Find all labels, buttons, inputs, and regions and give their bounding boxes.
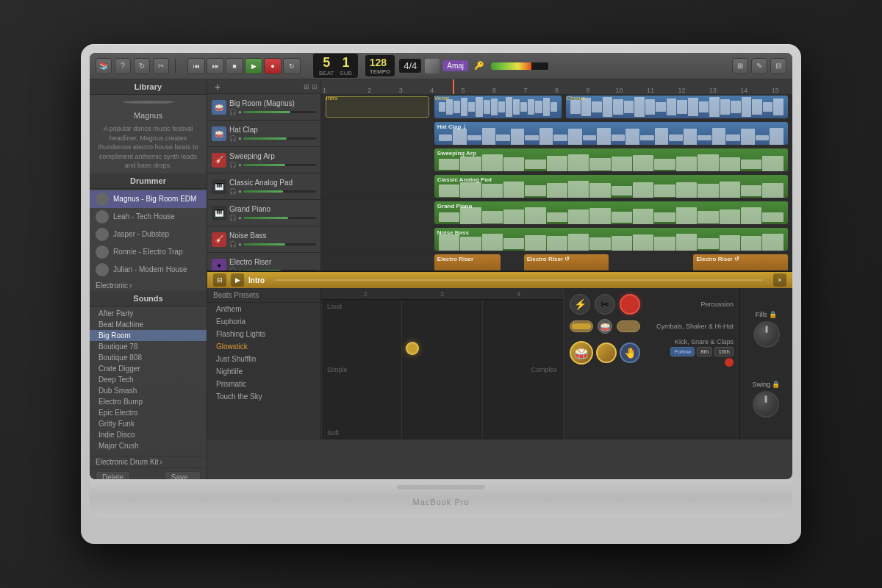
sound-beat-machine[interactable]: Beat Machine bbox=[90, 319, 207, 330]
mixer-btn[interactable]: ⊟ bbox=[770, 58, 786, 74]
add-track-btn[interactable]: + bbox=[210, 79, 225, 94]
section-chorus-label: Chorus bbox=[566, 95, 585, 101]
track-controls-icon: ⊞ ⊟ bbox=[304, 83, 318, 90]
clip-sweeping-arp[interactable]: Sweeping Arp bbox=[434, 148, 788, 171]
key-display[interactable]: Amaj bbox=[442, 60, 468, 71]
clip-hat-clap[interactable]: Hat Clap ♩ bbox=[434, 122, 788, 145]
library-btn[interactable]: 📚 bbox=[96, 58, 112, 74]
preset-flashing-lights[interactable]: Flashing Lights bbox=[207, 328, 320, 340]
percussion-label: Percussion bbox=[700, 301, 734, 308]
preset-glowstick[interactable]: Glowstick bbox=[207, 340, 320, 353]
clip-noise-bass[interactable]: Noise Bass bbox=[434, 228, 788, 251]
master-volume[interactable] bbox=[490, 62, 549, 71]
macbook-label: MacBook Pro bbox=[412, 498, 469, 506]
sound-gritty-funk[interactable]: Gritty Funk bbox=[90, 418, 207, 429]
tuner-btn[interactable] bbox=[425, 59, 440, 74]
track4-mute-icon[interactable]: ● bbox=[238, 188, 242, 195]
preset-nightlife[interactable]: Nightlife bbox=[207, 365, 320, 378]
help-btn[interactable]: ? bbox=[115, 58, 131, 74]
fills-knob[interactable] bbox=[753, 321, 780, 348]
fast-forward-btn[interactable]: ⏭ bbox=[207, 58, 224, 74]
drummer-section-header: Drummer bbox=[90, 173, 207, 189]
smart-controls-btn[interactable]: ⊞ bbox=[732, 58, 748, 74]
sound-boutique-808[interactable]: Boutique 808 bbox=[90, 352, 207, 363]
sound-boutique-78[interactable]: Boutique 78 bbox=[90, 341, 207, 352]
clip-analog-pad[interactable]: Classic Analog Pad bbox=[434, 175, 788, 198]
drummer-item-1[interactable]: Leah - Tech House bbox=[90, 208, 207, 226]
sound-deep-tech[interactable]: Deep Tech bbox=[90, 374, 207, 385]
save-btn[interactable]: Save... bbox=[165, 471, 201, 479]
track5-mute-icon[interactable]: ● bbox=[238, 215, 242, 221]
sound-indie-disco[interactable]: Indie Disco bbox=[90, 429, 207, 440]
track5-fader[interactable] bbox=[243, 217, 316, 219]
sound-epic-electro[interactable]: Epic Electro bbox=[90, 407, 207, 418]
clip-label-sweeping-arp: Sweeping Arp bbox=[437, 150, 476, 157]
clip-electro-riser-1[interactable]: Electro Riser bbox=[434, 254, 501, 270]
time-16th-btn[interactable]: 16th bbox=[714, 347, 734, 356]
record-btn[interactable]: ● bbox=[264, 58, 282, 74]
sound-dub-smash[interactable]: Dub Smash bbox=[90, 385, 207, 396]
track6-fader[interactable] bbox=[243, 243, 316, 245]
clap-pad[interactable]: 🤚 bbox=[620, 343, 640, 363]
play-btn[interactable]: ▶ bbox=[245, 58, 262, 74]
clip-verse[interactable] bbox=[434, 96, 562, 118]
time-8th-btn[interactable]: 8th bbox=[697, 347, 712, 356]
preset-just-shufflin[interactable]: Just Shufflin bbox=[207, 353, 320, 365]
kick-drum-pad[interactable]: 🥁 bbox=[570, 341, 593, 365]
clip-chorus[interactable] bbox=[566, 96, 787, 118]
editor-btn[interactable]: ✎ bbox=[751, 58, 767, 74]
clip-grand-piano[interactable]: Grand Piano bbox=[434, 201, 788, 224]
track-row-grand-piano: 🎹 Grand Piano 🎧 ● bbox=[207, 200, 792, 226]
snare-pad[interactable] bbox=[596, 343, 617, 363]
track4-fader[interactable] bbox=[243, 190, 316, 193]
sound-big-room[interactable]: Big Room bbox=[90, 330, 207, 341]
scissors-btn[interactable]: ✂ bbox=[153, 58, 169, 74]
rewind-btn[interactable]: ⏮ bbox=[187, 58, 205, 74]
track2-fader[interactable] bbox=[243, 137, 316, 140]
lightning-pad[interactable]: ⚡ bbox=[570, 294, 590, 315]
delete-btn[interactable]: Delete bbox=[96, 471, 130, 479]
sound-crate-digger[interactable]: Crate Digger bbox=[90, 363, 207, 374]
scissors-pad[interactable]: ✂ bbox=[595, 294, 615, 315]
clip-electro-riser-3[interactable]: Electro Riser ↺ bbox=[693, 254, 787, 270]
follow-btn[interactable]: Follow bbox=[670, 347, 695, 356]
preset-anthem[interactable]: Anthem bbox=[207, 303, 320, 315]
beat-section-1 bbox=[322, 300, 402, 440]
sound-after-party[interactable]: After Party bbox=[90, 308, 207, 319]
beat-editor-close[interactable]: × bbox=[773, 273, 786, 287]
track-mute-icon[interactable]: ● bbox=[238, 109, 242, 115]
track2-mute-icon[interactable]: ● bbox=[238, 135, 242, 142]
track3-mute-icon[interactable]: ● bbox=[238, 162, 242, 168]
cycle-transport-btn[interactable]: ↻ bbox=[283, 58, 301, 74]
swing-knob[interactable] bbox=[753, 391, 779, 417]
tempo-display[interactable]: 128 TEMPO bbox=[365, 54, 395, 77]
clip-label-electro-riser-1: Electro Riser bbox=[437, 256, 473, 262]
track-content-big-room: Intro Verse Chorus bbox=[321, 94, 792, 120]
drummer-item-0[interactable]: Magnus - Big Room EDM bbox=[90, 190, 207, 208]
preset-touch-the-sky[interactable]: Touch the Sky bbox=[207, 390, 320, 403]
main-content: Library 🎧 Magnus A popular dance music f… bbox=[90, 79, 792, 479]
cycle-btn[interactable]: ↻ bbox=[134, 58, 150, 74]
preset-prismatic[interactable]: Prismatic bbox=[207, 378, 320, 390]
track6-mute-icon[interactable]: ● bbox=[238, 241, 242, 248]
time-signature[interactable]: 4/4 bbox=[398, 58, 422, 74]
cymbals-row: 🥁 Cymbals, Shaker & Hi-Hat bbox=[570, 319, 734, 334]
category-label[interactable]: Electronic › bbox=[90, 280, 207, 291]
track3-fader[interactable] bbox=[243, 164, 316, 166]
clip-label-electro-riser-2: Electro Riser ↺ bbox=[527, 256, 570, 262]
clip-electro-riser-2[interactable]: Electro Riser ↺ bbox=[524, 254, 609, 270]
percussion-active-pad[interactable] bbox=[620, 294, 640, 315]
cymbal-pad-2[interactable]: 🥁 bbox=[598, 319, 612, 334]
sound-major-crush[interactable]: Major Crush bbox=[90, 440, 207, 451]
subcategory-label[interactable]: Electronic Drum Kit › bbox=[90, 456, 207, 467]
cymbal-pad-3[interactable] bbox=[617, 320, 640, 332]
sound-electro-bump[interactable]: Electro Bump bbox=[90, 396, 207, 407]
drummer-item-2[interactable]: Jasper - Dubstep bbox=[90, 226, 207, 243]
preset-euphoria[interactable]: Euphoria bbox=[207, 315, 320, 328]
stop-btn[interactable]: ■ bbox=[226, 58, 243, 74]
drummer-item-3[interactable]: Ronnie - Electro Trap bbox=[90, 243, 207, 261]
cymbal-pad-1[interactable] bbox=[570, 320, 593, 332]
drummer-item-4[interactable]: Julian - Modern House bbox=[90, 261, 207, 279]
track-fader[interactable] bbox=[243, 111, 316, 113]
clip-intro-outline[interactable] bbox=[326, 96, 429, 118]
